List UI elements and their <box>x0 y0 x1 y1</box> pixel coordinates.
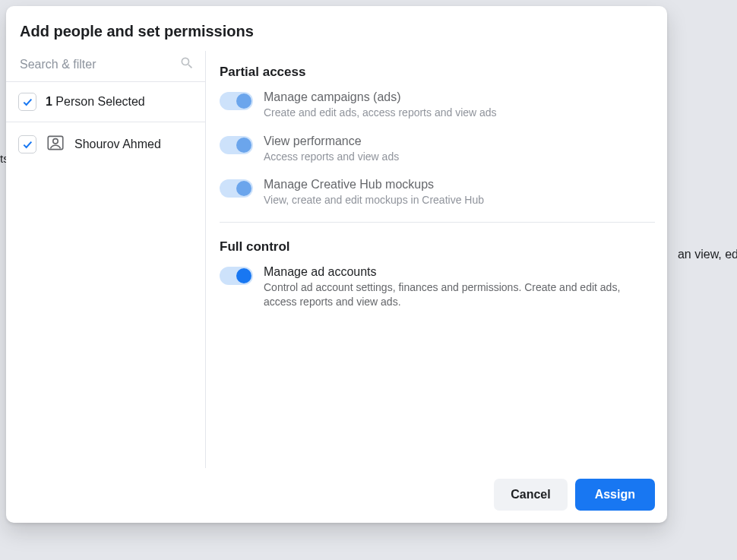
modal-footer: Cancel Assign <box>6 468 667 523</box>
person-checkbox[interactable] <box>18 135 36 153</box>
cancel-button[interactable]: Cancel <box>494 479 567 511</box>
backdrop-text-right: an view, edit <box>678 248 737 261</box>
person-name: Shourov Ahmed <box>74 138 161 151</box>
perm-manage-ad-accounts: Manage ad accounts Control ad account se… <box>220 265 655 310</box>
selected-count-label: 1 Person Selected <box>46 95 145 109</box>
section-divider <box>220 222 655 223</box>
perm-title: View performance <box>264 134 655 148</box>
toggle-manage-campaigns[interactable] <box>220 92 253 110</box>
perm-title: Manage Creative Hub mockups <box>264 178 655 191</box>
toggle-view-performance[interactable] <box>220 136 253 154</box>
perm-desc: Create and edit ads, access reports and … <box>264 106 655 121</box>
people-sidebar: 1 Person Selected Shourov Ahmed <box>6 51 206 468</box>
search-icon[interactable] <box>179 55 195 74</box>
search-row <box>6 51 205 82</box>
modal-title: Add people and set permissions <box>20 23 653 40</box>
selected-summary-row[interactable]: 1 Person Selected <box>6 82 205 122</box>
permissions-panel: Partial access Manage campaigns (ads) Cr… <box>206 51 667 468</box>
perm-manage-campaigns: Manage campaigns (ads) Create and edit a… <box>220 90 655 121</box>
modal-header: Add people and set permissions <box>6 6 667 51</box>
person-row[interactable]: Shourov Ahmed <box>6 122 205 166</box>
search-input[interactable] <box>20 58 179 71</box>
perm-creative-hub: Manage Creative Hub mockups View, create… <box>220 178 655 208</box>
toggle-manage-ad-accounts[interactable] <box>220 267 253 285</box>
perm-desc: View, create and edit mockups in Creativ… <box>264 193 655 208</box>
perm-title: Manage ad accounts <box>264 265 655 279</box>
partial-access-heading: Partial access <box>220 65 655 80</box>
avatar-icon <box>46 133 65 156</box>
toggle-creative-hub[interactable] <box>220 179 253 198</box>
modal-body: 1 Person Selected Shourov Ahmed Partial … <box>6 51 667 468</box>
select-all-checkbox[interactable] <box>18 93 36 111</box>
perm-desc: Control ad account settings, finances an… <box>264 280 655 310</box>
svg-point-1 <box>53 139 59 144</box>
assign-button[interactable]: Assign <box>575 479 655 511</box>
perm-view-performance: View performance Access reports and view… <box>220 134 655 165</box>
perm-desc: Access reports and view ads <box>264 150 655 165</box>
full-control-heading: Full control <box>220 239 655 255</box>
perm-title: Manage campaigns (ads) <box>264 90 655 104</box>
permissions-modal: Add people and set permissions 1 Person … <box>6 6 667 523</box>
